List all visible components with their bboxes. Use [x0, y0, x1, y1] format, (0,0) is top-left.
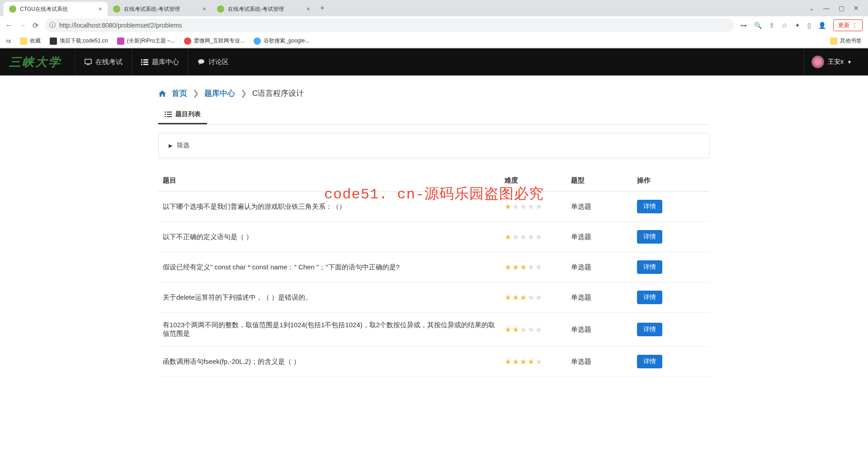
breadcrumb: 首页 ❯ 题库中心 ❯ C语言程序设计 [158, 85, 710, 106]
star-rating: ★★★★★ [505, 202, 543, 211]
breadcrumb-home[interactable]: 首页 [172, 88, 187, 99]
cell-difficulty: ★★★★★ [500, 282, 566, 313]
home-icon[interactable] [158, 89, 166, 98]
address-row: ← → ⟳ ⓘ http://localhost:8080/problemset… [0, 16, 868, 34]
nav-exam[interactable]: 在线考试 [75, 48, 132, 75]
cell-difficulty: ★★★★★ [500, 192, 566, 222]
monitor-icon [85, 59, 92, 65]
chevron-down-icon[interactable]: ⌄ [809, 5, 814, 12]
nav-bank[interactable]: 题库中心 [132, 48, 188, 75]
main-navbar: 三峡大学 在线考试 题库中心 讨论区 王安x ▼ [0, 48, 868, 75]
svg-rect-11 [165, 114, 166, 115]
svg-rect-4 [141, 61, 142, 63]
svg-rect-14 [167, 116, 172, 117]
svg-rect-9 [165, 112, 166, 113]
detail-button[interactable]: 详情 [637, 200, 662, 213]
browser-tab[interactable]: 在线考试系统-考试管理 × [108, 2, 212, 16]
tab-title: 在线考试系统-考试管理 [228, 5, 284, 13]
key-icon[interactable]: ⊶ [741, 22, 747, 29]
cell-action: 详情 [632, 313, 710, 347]
site-icon [50, 38, 57, 45]
svg-rect-10 [167, 112, 172, 113]
cell-action: 详情 [632, 282, 710, 313]
table-row: 函数调用语句fseek(fp,-20L,2)；的含义是（ ）★★★★★单选题详情 [158, 347, 710, 377]
extension-icon[interactable]: ✦ [795, 22, 800, 29]
close-icon[interactable]: × [307, 5, 310, 13]
new-tab-button[interactable]: + [316, 4, 330, 13]
page-content: 首页 ❯ 题库中心 ❯ C语言程序设计 题目列表 ▶ 筛选 题目 难度 题型 操… [158, 75, 710, 386]
user-menu[interactable]: 王安x ▼ [804, 48, 859, 75]
cell-action: 详情 [632, 222, 710, 252]
caret-down-icon: ▼ [847, 60, 852, 65]
table-row: 假设已经有定义" const char * const name：" Chen … [158, 252, 710, 282]
svg-rect-7 [143, 64, 148, 65]
update-button[interactable]: 更新 ⋮ [833, 19, 863, 31]
folder-icon [20, 38, 27, 45]
back-icon[interactable]: ← [5, 21, 13, 29]
cell-type: 单选题 [566, 192, 632, 222]
svg-rect-13 [165, 116, 166, 117]
caret-right-icon: ▶ [169, 143, 172, 149]
info-icon: ⓘ [49, 21, 56, 29]
star-rating: ★★★★★ [505, 325, 543, 334]
detail-button[interactable]: 详情 [637, 355, 662, 368]
browser-tab[interactable]: CTGU在线考试系统 × [4, 2, 108, 16]
detail-button[interactable]: 详情 [637, 323, 662, 336]
chevron-right-icon: ❯ [193, 89, 199, 98]
other-bookmarks[interactable]: 其他书签 [830, 37, 862, 45]
minimize-icon[interactable]: — [823, 5, 830, 12]
star-rating: ★★★★★ [505, 263, 543, 272]
cell-type: 单选题 [566, 282, 632, 313]
detail-button[interactable]: 详情 [637, 230, 662, 244]
cell-difficulty: ★★★★★ [500, 313, 566, 347]
site-icon [117, 38, 124, 45]
bookmark-item[interactable]: 项目下载:code51.cn [50, 37, 108, 45]
cell-type: 单选题 [566, 347, 632, 377]
panel-icon[interactable]: ▯ [807, 22, 811, 29]
address-bar[interactable]: ⓘ http://localhost:8080/problemset/2/pro… [45, 19, 734, 32]
cell-title: 函数调用语句fseek(fp,-20L,2)；的含义是（ ） [158, 347, 500, 377]
reload-icon[interactable]: ⟳ [33, 21, 38, 30]
close-window-icon[interactable]: ✕ [854, 5, 859, 12]
bookmark-item[interactable]: 收藏 [20, 37, 41, 45]
tab-title: CTGU在线考试系统 [20, 5, 68, 13]
zoom-icon[interactable]: 🔍 [754, 22, 762, 29]
close-icon[interactable]: × [99, 5, 102, 13]
tab-header: 题目列表 [158, 106, 710, 125]
star-rating: ★★★★★ [505, 293, 543, 302]
maximize-icon[interactable]: ▢ [839, 5, 844, 12]
share-icon[interactable]: ⇪ [769, 22, 774, 29]
bookmark-item[interactable]: (全新)RiPro主题 –... [117, 37, 175, 45]
forward-icon[interactable]: → [19, 21, 26, 29]
detail-button[interactable]: 详情 [637, 260, 662, 274]
window-controls: ⌄ — ▢ ✕ [803, 5, 864, 12]
table-row: 以下不正确的定义语句是（ ）★★★★★单选题详情 [158, 222, 710, 252]
close-icon[interactable]: × [203, 5, 206, 13]
tab-title: 在线考试系统-考试管理 [124, 5, 180, 13]
cell-title: 关于delete运算符的下列描述中，（ ）是错误的。 [158, 282, 500, 313]
nav-forum[interactable]: 讨论区 [188, 48, 238, 75]
filter-panel[interactable]: ▶ 筛选 [158, 133, 710, 158]
bookmark-item[interactable]: 爱微网_互联网专业... [184, 37, 245, 45]
profile-icon[interactable]: 👤 [818, 22, 826, 29]
th-type: 题型 [566, 170, 632, 192]
breadcrumb-center[interactable]: 题库中心 [204, 88, 235, 99]
detail-button[interactable]: 详情 [637, 291, 662, 304]
browser-tab[interactable]: 在线考试系统-考试管理 × [212, 2, 316, 16]
site-icon [184, 38, 191, 45]
cell-difficulty: ★★★★★ [500, 347, 566, 377]
chevron-right-icon: ❯ [241, 89, 247, 98]
avatar [811, 56, 824, 68]
cell-action: 详情 [632, 347, 710, 377]
bookmark-item[interactable]: rx [6, 38, 11, 44]
tab-problem-list[interactable]: 题目列表 [158, 106, 207, 124]
logo[interactable]: 三峡大学 [9, 54, 61, 70]
cell-difficulty: ★★★★★ [500, 222, 566, 252]
cell-action: 详情 [632, 252, 710, 282]
table-row: 以下哪个选项不是我们普遍认为的游戏职业铁三角关系：（）★★★★★单选题详情 [158, 192, 710, 222]
svg-point-8 [198, 59, 204, 64]
star-rating: ★★★★★ [505, 358, 543, 366]
browser-chrome: CTGU在线考试系统 × 在线考试系统-考试管理 × 在线考试系统-考试管理 ×… [0, 0, 868, 48]
star-icon[interactable]: ☆ [782, 22, 788, 29]
bookmark-item[interactable]: 谷歌搜索_google... [254, 37, 309, 45]
